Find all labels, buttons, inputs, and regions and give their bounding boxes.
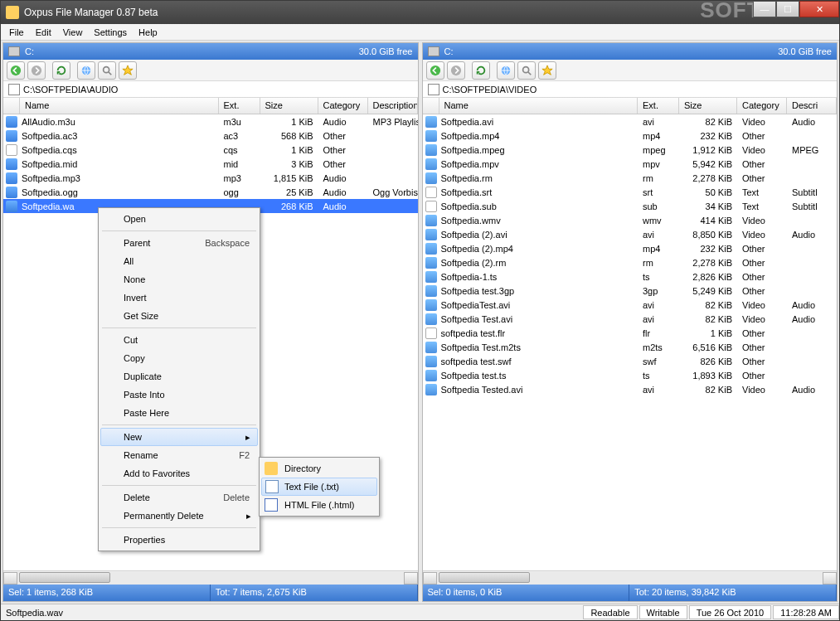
right-hscrollbar[interactable]	[423, 570, 838, 585]
file-row[interactable]: Softpedia.mpvmpv5,942 KiBOther	[423, 157, 838, 171]
scroll-left-button[interactable]	[3, 572, 17, 585]
back-button[interactable]	[426, 61, 444, 80]
right-drivebar[interactable]: C:30.0 GiB free	[423, 43, 838, 60]
file-row[interactable]: Softpedia.rmrm2,278 KiBOther	[423, 171, 838, 185]
file-row[interactable]: Softpedia (2).mp4mp4232 KiBOther	[423, 241, 838, 255]
file-name: Softpedia.mpeg	[439, 145, 638, 155]
menu-edit[interactable]: Edit	[31, 26, 56, 39]
submenu-directory[interactable]: Directory	[261, 459, 377, 478]
titlebar[interactable]: Oxpus File Manager 0.87 beta SOFTPEDIA —…	[1, 1, 839, 24]
col-desc[interactable]: Descri	[787, 98, 837, 114]
file-size: 826 KiB	[679, 357, 737, 366]
file-row[interactable]: softpedia test.swfswf826 KiBOther	[423, 354, 838, 368]
status-filename: Softpedia.wav	[1, 606, 581, 619]
forward-button[interactable]	[27, 61, 46, 80]
menu-file[interactable]: File	[4, 26, 29, 39]
ctx-parent[interactable]: ParentBackspace	[100, 234, 258, 252]
file-row[interactable]: Softpedia.midmid3 KiBOther	[3, 157, 418, 171]
col-desc[interactable]: Description	[368, 98, 418, 114]
scroll-left-button[interactable]	[423, 572, 437, 585]
left-drivebar[interactable]: C:30.0 GiB free	[3, 43, 418, 60]
col-cat[interactable]: Category	[737, 98, 787, 114]
file-row[interactable]: Softpedia test.3gp3gp5,249 KiBOther	[423, 284, 838, 298]
maximize-button[interactable]: ☐	[776, 1, 799, 17]
file-size: 1,893 KiB	[679, 371, 737, 381]
ctx-add-to-favorites[interactable]: Add to Favorites	[100, 464, 258, 483]
file-row[interactable]: Softpedia test.tsts1,893 KiBOther	[423, 368, 838, 382]
ctx-cut[interactable]: Cut	[100, 331, 258, 349]
ctx-paste-here[interactable]: Paste Here	[100, 404, 258, 422]
minimize-button[interactable]: —	[753, 1, 776, 17]
file-row[interactable]: Softpedia.mp4mp4232 KiBOther	[423, 129, 838, 143]
search-button[interactable]	[98, 61, 116, 80]
forward-button[interactable]	[447, 61, 465, 80]
scroll-right-button[interactable]	[404, 572, 418, 585]
ctx-paste-into[interactable]: Paste Into	[100, 386, 258, 404]
col-name[interactable]: Name	[439, 98, 638, 114]
file-row[interactable]: Softpedia Test.m2tsm2ts6,516 KiBOther	[423, 340, 838, 354]
refresh-button[interactable]	[52, 61, 70, 80]
file-row[interactable]: Softpedia.mpegmpeg1,912 KiBVideoMPEG	[423, 143, 838, 157]
col-ext[interactable]: Ext.	[638, 98, 679, 114]
col-size[interactable]: Size	[260, 98, 318, 114]
col-size[interactable]: Size	[679, 98, 737, 114]
ctx-permanently-delete[interactable]: Permanently Delete▸	[100, 507, 258, 525]
ctx-properties[interactable]: Properties	[100, 531, 258, 549]
file-row[interactable]: Softpedia.subsub34 KiBTextSubtitl	[423, 199, 838, 213]
file-row[interactable]: Softpedia.cqscqs1 KiBOther	[3, 143, 418, 157]
scroll-right-button[interactable]	[823, 572, 837, 585]
menu-settings[interactable]: Settings	[89, 26, 132, 39]
file-row[interactable]: Softpedia.wmvwmv414 KiBVideo	[423, 213, 838, 227]
ctx-copy[interactable]: Copy	[100, 349, 258, 367]
col-ext[interactable]: Ext.	[219, 98, 260, 114]
favorite-button[interactable]	[119, 61, 137, 80]
ctx-none[interactable]: None	[100, 270, 258, 289]
ctx-rename[interactable]: RenameF2	[100, 446, 258, 464]
file-row[interactable]: Softpedia Tested.aviavi82 KiBVideoAudio	[423, 382, 838, 396]
ctx-duplicate[interactable]: Duplicate	[100, 367, 258, 386]
submenu-text-file-txt-[interactable]: Text File (.txt)	[261, 478, 377, 496]
file-row[interactable]: Softpedia.aviavi82 KiBVideoAudio	[423, 114, 838, 129]
right-filelist[interactable]: Softpedia.aviavi82 KiBVideoAudioSoftpedi…	[423, 114, 838, 570]
globe-button[interactable]	[497, 61, 515, 80]
ctx-open[interactable]: Open	[100, 210, 258, 228]
file-row[interactable]: Softpedia.oggogg25 KiBAudioOgg Vorbis	[3, 185, 418, 199]
scroll-thumb[interactable]	[19, 572, 110, 583]
path-checkbox[interactable]	[428, 84, 439, 95]
back-button[interactable]	[7, 61, 25, 80]
ctx-new[interactable]: New▸	[100, 428, 258, 446]
scroll-thumb[interactable]	[439, 572, 530, 583]
file-cat: Video	[737, 300, 787, 310]
file-row[interactable]: SoftpediaTest.aviavi82 KiBVideoAudio	[423, 298, 838, 312]
favorite-button[interactable]	[538, 61, 556, 80]
menu-view[interactable]: View	[58, 26, 88, 39]
globe-button[interactable]	[77, 61, 95, 80]
file-row[interactable]: Softpedia.ac3ac3568 KiBOther	[3, 129, 418, 143]
ctx-delete[interactable]: DeleteDelete	[100, 488, 258, 507]
file-row[interactable]: Softpedia (2).rmrm2,278 KiBOther	[423, 255, 838, 269]
submenu-html-file-html-[interactable]: HTML File (.html)	[261, 496, 377, 514]
file-name: Softpedia.srt	[439, 187, 638, 197]
file-ext: mp3	[219, 173, 260, 183]
file-row[interactable]: Softpedia.mp3mp31,815 KiBAudio	[3, 171, 418, 185]
file-size: 268 KiB	[260, 201, 318, 211]
txt-icon	[265, 480, 279, 493]
file-row[interactable]: Softpedia (2).aviavi8,850 KiBVideoAudio	[423, 227, 838, 241]
close-button[interactable]: ✕	[799, 1, 839, 17]
col-cat[interactable]: Category	[318, 98, 368, 114]
path-checkbox[interactable]	[8, 84, 20, 95]
menu-help[interactable]: Help	[134, 26, 163, 39]
refresh-button[interactable]	[472, 61, 490, 80]
file-row[interactable]: softpedia test.flrflr1 KiBOther	[423, 326, 838, 340]
ctx-all[interactable]: All	[100, 252, 258, 270]
ctx-get-size[interactable]: Get Size	[100, 307, 258, 325]
file-row[interactable]: Softpedia-1.tsts2,826 KiBOther	[423, 269, 838, 284]
file-row[interactable]: Softpedia Test.aviavi82 KiBVideoAudio	[423, 312, 838, 326]
file-row[interactable]: AllAudio.m3um3u1 KiBAudioMP3 Playlis	[3, 114, 418, 129]
left-hscrollbar[interactable]	[3, 570, 418, 585]
search-button[interactable]	[517, 61, 536, 80]
right-pane: C:30.0 GiB freeC:\SOFTPEDIA\VIDEONameExt…	[422, 42, 838, 602]
col-name[interactable]: Name	[20, 98, 219, 114]
file-row[interactable]: Softpedia.srtsrt50 KiBTextSubtitl	[423, 185, 838, 199]
ctx-invert[interactable]: Invert	[100, 289, 258, 307]
